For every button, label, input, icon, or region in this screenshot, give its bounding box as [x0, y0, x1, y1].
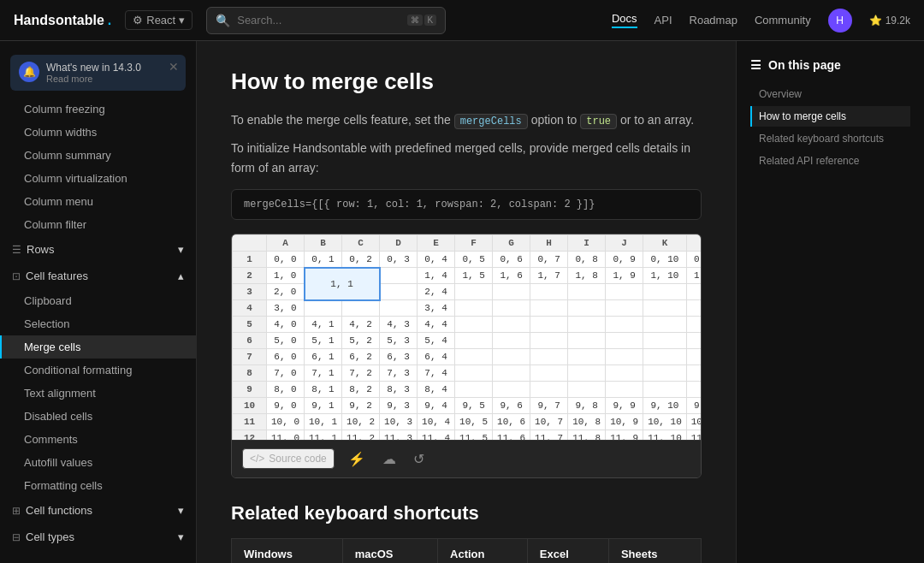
- cell-2-9[interactable]: [606, 284, 643, 300]
- cell-6-2[interactable]: 6, 2: [342, 349, 380, 365]
- cell-10-7[interactable]: 10, 7: [530, 414, 568, 430]
- cell-7-5[interactable]: [455, 365, 493, 382]
- notification-banner[interactable]: 🔔 What's new in 14.3.0 Read more ✕: [10, 55, 186, 91]
- cell-0-2[interactable]: 0, 2: [342, 251, 380, 268]
- cell-4-3[interactable]: 4, 3: [380, 317, 418, 333]
- cell-3-5[interactable]: [455, 300, 493, 317]
- cell-11-8[interactable]: 11, 8: [568, 430, 606, 440]
- nav-roadmap[interactable]: Roadmap: [690, 14, 737, 27]
- cell-9-8[interactable]: 9, 8: [568, 398, 606, 414]
- reset-icon[interactable]: ↺: [410, 447, 428, 471]
- cell-3-9[interactable]: [606, 300, 643, 317]
- cell-7-9[interactable]: [606, 365, 643, 382]
- cell-9-9[interactable]: 9, 9: [606, 398, 643, 414]
- nav-api[interactable]: API: [654, 14, 672, 27]
- sidebar-item-comments[interactable]: Comments: [0, 428, 196, 451]
- cell-4-5[interactable]: [455, 317, 493, 333]
- cell-6-11[interactable]: [686, 349, 701, 365]
- cell-7-2[interactable]: 7, 2: [342, 365, 380, 382]
- cell-0-11[interactable]: 0, 11: [686, 251, 701, 268]
- cell-0-1[interactable]: 0, 1: [305, 251, 342, 268]
- cell-4-4[interactable]: 4, 4: [418, 317, 455, 333]
- cell-11-9[interactable]: 11, 9: [606, 430, 643, 440]
- cell-10-6[interactable]: 10, 6: [493, 414, 530, 430]
- cell-0-3[interactable]: 0, 3: [380, 251, 418, 268]
- cell-5-8[interactable]: [568, 333, 606, 349]
- cell-6-7[interactable]: [530, 349, 568, 365]
- cell-9-3[interactable]: 9, 3: [380, 398, 418, 414]
- cell-6-9[interactable]: [606, 349, 643, 365]
- cell-3-3[interactable]: [380, 300, 418, 317]
- cell-10-11[interactable]: 10, 11: [686, 414, 701, 430]
- cell-functions-section-header[interactable]: ⊞Cell functions ▾: [0, 497, 196, 524]
- cell-0-9[interactable]: 0, 9: [606, 251, 643, 268]
- cell-1-10[interactable]: 1, 10: [643, 268, 687, 284]
- cell-6-6[interactable]: [493, 349, 530, 365]
- cell-1-0[interactable]: 1, 0: [267, 268, 305, 284]
- toc-item-how-to-merge[interactable]: How to merge cells: [750, 106, 910, 127]
- cell-5-9[interactable]: [606, 333, 643, 349]
- cell-3-1[interactable]: [305, 300, 342, 317]
- cell-11-1[interactable]: 11, 1: [305, 430, 342, 440]
- cell-6-4[interactable]: 6, 4: [418, 349, 455, 365]
- cell-11-2[interactable]: 11, 2: [342, 430, 380, 440]
- flash-icon[interactable]: ⚡: [345, 447, 369, 471]
- cell-4-1[interactable]: 4, 1: [305, 317, 342, 333]
- cell-8-4[interactable]: 8, 4: [418, 382, 455, 398]
- cell-9-1[interactable]: 9, 1: [305, 398, 342, 414]
- cell-8-0[interactable]: 8, 0: [267, 382, 305, 398]
- search-input[interactable]: [237, 14, 400, 27]
- cell-2-5[interactable]: [455, 284, 493, 300]
- toc-item-api-reference[interactable]: Related API reference: [750, 151, 910, 171]
- cell-3-10[interactable]: [643, 300, 687, 317]
- cell-5-10[interactable]: [643, 333, 687, 349]
- cell-5-5[interactable]: [455, 333, 493, 349]
- cell-5-2[interactable]: 5, 2: [342, 333, 380, 349]
- cell-2-0[interactable]: 2, 0: [267, 284, 305, 300]
- cell-9-10[interactable]: 9, 10: [643, 398, 687, 414]
- cell-2-7[interactable]: [530, 284, 568, 300]
- cell-8-5[interactable]: [455, 382, 493, 398]
- cell-8-1[interactable]: 8, 1: [305, 382, 342, 398]
- cell-7-10[interactable]: [643, 365, 687, 382]
- cell-9-5[interactable]: 9, 5: [455, 398, 493, 414]
- sidebar-item-clipboard[interactable]: Clipboard: [0, 289, 196, 312]
- cell-2-6[interactable]: [493, 284, 530, 300]
- sidebar-item-merge-cells[interactable]: Merge cells: [0, 335, 196, 359]
- sidebar-item-text-alignment[interactable]: Text alignment: [0, 382, 196, 405]
- cell-7-4[interactable]: 7, 4: [418, 365, 455, 382]
- cell-9-6[interactable]: 9, 6: [493, 398, 530, 414]
- logo[interactable]: Handsontable.: [14, 13, 111, 28]
- source-code-button[interactable]: </> Source code: [242, 448, 335, 469]
- sidebar-item-disabled-cells[interactable]: Disabled cells: [0, 405, 196, 428]
- cell-4-6[interactable]: [493, 317, 530, 333]
- cell-11-5[interactable]: 11, 5: [455, 430, 493, 440]
- cell-0-7[interactable]: 0, 7: [530, 251, 568, 268]
- cell-3-4[interactable]: 3, 4: [418, 300, 455, 317]
- cell-0-4[interactable]: 0, 4: [418, 251, 455, 268]
- toc-item-keyboard-shortcuts[interactable]: Related keyboard shortcuts: [750, 128, 910, 149]
- cell-1-7[interactable]: 1, 7: [530, 268, 568, 284]
- cell-10-3[interactable]: 10, 3: [380, 414, 418, 430]
- cell-2-10[interactable]: [643, 284, 687, 300]
- cell-4-8[interactable]: [568, 317, 606, 333]
- cell-1-6[interactable]: 1, 6: [493, 268, 530, 284]
- cell-2-4[interactable]: 2, 4: [418, 284, 455, 300]
- cell-4-0[interactable]: 4, 0: [267, 317, 305, 333]
- cell-11-10[interactable]: 11, 10: [643, 430, 687, 440]
- cell-9-4[interactable]: 9, 4: [418, 398, 455, 414]
- cell-7-11[interactable]: [686, 365, 701, 382]
- cell-8-10[interactable]: [643, 382, 687, 398]
- cell-5-6[interactable]: [493, 333, 530, 349]
- cell-7-6[interactable]: [493, 365, 530, 382]
- cell-4-2[interactable]: 4, 2: [342, 317, 380, 333]
- cell-5-4[interactable]: 5, 4: [418, 333, 455, 349]
- toc-item-overview[interactable]: Overview: [750, 84, 910, 104]
- demo-table-container[interactable]: A B C D E F G H I J K L M: [232, 234, 701, 440]
- cell-6-8[interactable]: [568, 349, 606, 365]
- cell-1-8[interactable]: 1, 8: [568, 268, 606, 284]
- cell-1-3[interactable]: [380, 268, 418, 284]
- sidebar-item-autofill-values[interactable]: Autofill values: [0, 451, 196, 474]
- cell-9-2[interactable]: 9, 2: [342, 398, 380, 414]
- cell-5-3[interactable]: 5, 3: [380, 333, 418, 349]
